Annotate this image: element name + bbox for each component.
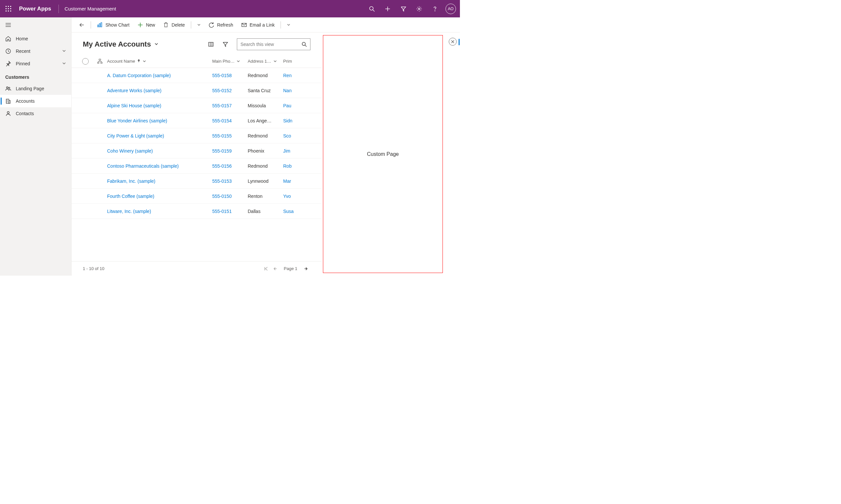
column-header-address[interactable]: Address 1… (248, 59, 283, 64)
new-button[interactable]: New (134, 19, 158, 31)
grid-footer: 1 - 10 of 10 Page 1 (72, 261, 322, 276)
select-all-checkbox[interactable] (82, 58, 89, 65)
table-row[interactable]: Blue Yonder Airlines (sample)555-0154Los… (72, 113, 322, 128)
account-name-link[interactable]: Alpine Ski House (sample) (107, 103, 161, 108)
primary-contact-link[interactable]: Jim (283, 148, 290, 154)
phone-link[interactable]: 555-0152 (212, 88, 231, 93)
phone-link[interactable]: 555-0155 (212, 133, 231, 139)
avatar[interactable]: AO (445, 4, 456, 14)
column-header-phone[interactable]: Main Pho… (212, 59, 248, 64)
delete-button[interactable]: Delete (160, 19, 188, 31)
refresh-button[interactable]: Refresh (205, 19, 237, 31)
account-name-link[interactable]: Fourth Coffee (sample) (107, 194, 154, 199)
primary-contact-link[interactable]: Susa (283, 209, 294, 214)
waffle-icon[interactable] (4, 4, 13, 14)
table-row[interactable]: Coho Winery (sample)555-0159PhoenixJim (72, 143, 322, 159)
search-box[interactable] (237, 38, 310, 50)
email-link-button[interactable]: Email a Link (238, 19, 278, 31)
table-row[interactable]: Fourth Coffee (sample)555-0150RentonYvo (72, 189, 322, 204)
side-panel: Custom Page (323, 35, 443, 273)
table-row[interactable]: Adventure Works (sample)555-0152Santa Cr… (72, 83, 322, 98)
settings-icon[interactable] (411, 1, 427, 17)
close-panel-button[interactable] (449, 38, 457, 46)
email-dropdown[interactable] (284, 19, 294, 31)
hamburger-icon[interactable] (0, 17, 71, 33)
view-title: My Active Accounts (83, 40, 151, 49)
phone-link[interactable]: 555-0151 (212, 209, 231, 214)
svg-point-9 (370, 6, 373, 10)
add-icon[interactable] (380, 1, 396, 17)
primary-contact-link[interactable]: Sidn (283, 118, 292, 123)
phone-link[interactable]: 555-0156 (212, 163, 231, 169)
sidebar-item-pinned[interactable]: Pinned (0, 57, 71, 70)
svg-rect-29 (99, 24, 100, 27)
phone-link[interactable]: 555-0150 (212, 194, 231, 199)
primary-contact-link[interactable]: Pau (283, 103, 291, 108)
phone-link[interactable]: 555-0157 (212, 103, 231, 108)
table-row[interactable]: City Power & Light (sample)555-0155Redmo… (72, 128, 322, 143)
sidebar-item-accounts[interactable]: Accounts (0, 95, 71, 107)
primary-contact-link[interactable]: Mar (283, 179, 291, 184)
table-row[interactable]: A. Datum Corporation (sample)555-0158Red… (72, 68, 322, 83)
svg-rect-7 (8, 11, 9, 12)
svg-rect-3 (5, 8, 6, 9)
primary-contact-link[interactable]: Rob (283, 163, 292, 169)
account-name-link[interactable]: Fabrikam, Inc. (sample) (107, 179, 155, 184)
address-cell: Phoenix (248, 148, 283, 154)
sidebar-item-home[interactable]: Home (0, 33, 71, 45)
account-name-link[interactable]: Coho Winery (sample) (107, 148, 153, 154)
svg-rect-2 (10, 6, 11, 7)
next-page-button[interactable] (301, 264, 310, 273)
account-name-link[interactable]: Adventure Works (sample) (107, 88, 161, 93)
column-header-name[interactable]: Account Name (107, 59, 212, 64)
account-name-link[interactable]: City Power & Light (sample) (107, 133, 164, 139)
table-row[interactable]: Fabrikam, Inc. (sample)555-0153LynnwoodM… (72, 174, 322, 189)
app-name-label: Customer Management (65, 6, 116, 12)
chevron-down-icon (62, 61, 66, 66)
phone-link[interactable]: 555-0153 (212, 179, 231, 184)
overflow-button[interactable] (444, 19, 456, 31)
svg-rect-0 (5, 6, 6, 7)
show-chart-button[interactable]: Show Chart (93, 19, 133, 31)
account-name-link[interactable]: A. Datum Corporation (sample) (107, 73, 171, 78)
filter-icon[interactable] (396, 1, 411, 17)
column-header-primary[interactable]: Prim (283, 59, 310, 64)
command-bar: Show Chart New Delete Refresh (72, 17, 460, 33)
primary-contact-link[interactable]: Nan (283, 88, 292, 93)
sidebar-item-label: Contacts (16, 111, 66, 116)
address-cell: Redmond (248, 73, 283, 78)
page-label: Page 1 (284, 266, 297, 271)
delete-dropdown[interactable] (194, 19, 204, 31)
help-icon[interactable] (427, 1, 443, 17)
phone-link[interactable]: 555-0159 (212, 148, 231, 154)
svg-rect-6 (5, 11, 6, 12)
svg-rect-44 (101, 62, 102, 63)
hierarchy-icon[interactable] (93, 59, 107, 64)
account-name-link[interactable]: Blue Yonder Airlines (sample) (107, 118, 167, 123)
primary-contact-link[interactable]: Ren (283, 73, 292, 78)
phone-link[interactable]: 555-0158 (212, 73, 231, 78)
prev-page-button[interactable] (271, 264, 280, 273)
sidebar-item-landing-page[interactable]: Landing Page (0, 83, 71, 95)
table-row[interactable]: Litware, Inc. (sample)555-0151DallasSusa (72, 204, 322, 219)
svg-point-36 (449, 26, 450, 27)
view-selector-dropdown[interactable] (154, 42, 159, 47)
account-name-link[interactable]: Contoso Pharmaceuticals (sample) (107, 163, 179, 169)
edit-columns-button[interactable] (205, 39, 217, 50)
filter-button[interactable] (220, 39, 231, 50)
building-icon (5, 98, 11, 104)
primary-contact-link[interactable]: Yvo (283, 194, 291, 199)
search-icon[interactable] (364, 1, 380, 17)
phone-link[interactable]: 555-0154 (212, 118, 231, 123)
search-input[interactable] (240, 42, 302, 47)
primary-contact-link[interactable]: Sco (283, 133, 291, 139)
account-name-link[interactable]: Litware, Inc. (sample) (107, 209, 151, 214)
svg-rect-5 (10, 8, 11, 9)
svg-rect-42 (99, 59, 101, 60)
first-page-button[interactable] (261, 264, 271, 273)
sidebar-item-recent[interactable]: Recent (0, 45, 71, 57)
back-button[interactable] (75, 19, 88, 31)
table-row[interactable]: Contoso Pharmaceuticals (sample)555-0156… (72, 159, 322, 174)
sidebar-item-contacts[interactable]: Contacts (0, 107, 71, 120)
table-row[interactable]: Alpine Ski House (sample)555-0157Missoul… (72, 98, 322, 113)
